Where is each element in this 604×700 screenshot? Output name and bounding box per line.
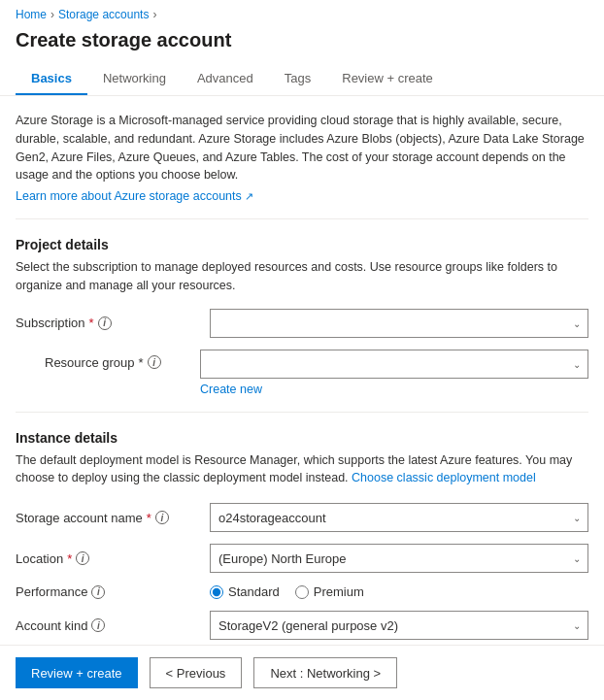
performance-row: Performance i Standard Premium [16,584,588,599]
breadcrumb: Home › Storage accounts › [0,0,604,25]
resource-group-control: ⌄ [200,350,588,379]
project-details-desc: Select the subscription to manage deploy… [16,258,588,295]
performance-control: Standard Premium [210,584,588,599]
resource-group-label: Resource group * i [45,350,200,370]
performance-info-icon[interactable]: i [91,585,105,599]
resource-group-select[interactable] [200,350,588,379]
subscription-required: * [89,316,94,330]
breadcrumb-storage-accounts[interactable]: Storage accounts [58,8,149,21]
storage-account-name-control: o24storageaccount ⌄ [210,503,588,532]
location-select[interactable]: (Europe) North Europe [210,544,588,573]
classic-deployment-link[interactable]: Choose classic deployment model [352,471,536,484]
location-row: Location * i (Europe) North Europe ⌄ [16,544,588,573]
resource-group-required: * [139,355,144,370]
subscription-info-icon[interactable]: i [98,317,112,330]
footer: Review + create < Previous Next : Networ… [0,645,604,700]
storage-account-name-label: Storage account name * i [16,511,200,525]
storage-account-name-row: Storage account name * i o24storageaccou… [16,503,588,532]
resource-group-select-wrapper: ⌄ [200,350,588,379]
subscription-control: ⌄ [210,309,588,338]
storage-account-name-select[interactable]: o24storageaccount [210,503,588,532]
external-link-icon: ↗ [245,190,253,203]
breadcrumb-home[interactable]: Home [16,8,47,21]
performance-standard-radio[interactable] [210,585,223,599]
breadcrumb-sep1: › [50,8,54,21]
subscription-select-wrapper: ⌄ [210,309,588,338]
tab-review-create[interactable]: Review + create [326,63,449,95]
storage-account-name-info-icon[interactable]: i [155,511,169,524]
instance-details-desc: The default deployment model is Resource… [16,451,588,488]
page-title: Create storage account [0,25,604,63]
learn-more-link[interactable]: Learn more about Azure storage accounts … [16,189,253,203]
main-description: Azure Storage is a Microsoft-managed ser… [16,112,588,184]
subscription-select[interactable] [210,309,588,338]
performance-radio-group: Standard Premium [210,584,588,599]
breadcrumb-sep2: › [152,8,156,21]
storage-account-name-wrapper: o24storageaccount ⌄ [210,503,588,532]
account-kind-select-wrapper: StorageV2 (general purpose v2) StorageV1… [210,611,588,640]
performance-label: Performance i [16,584,200,599]
project-details-title: Project details [16,237,588,252]
location-label: Location * i [16,551,200,566]
performance-premium-option[interactable]: Premium [295,584,364,599]
performance-standard-option[interactable]: Standard [210,584,280,599]
subscription-row: Subscription * i ⌄ [16,309,588,338]
location-info-icon[interactable]: i [76,551,89,565]
tab-basics[interactable]: Basics [16,63,87,95]
subscription-label: Subscription * i [16,316,200,330]
account-kind-row: Account kind i StorageV2 (general purpos… [16,611,588,640]
tab-advanced[interactable]: Advanced [182,63,269,95]
performance-premium-radio[interactable] [295,585,309,599]
account-kind-info-icon[interactable]: i [91,618,105,632]
create-new-link[interactable]: Create new [200,383,588,396]
account-kind-select[interactable]: StorageV2 (general purpose v2) StorageV1… [210,611,588,640]
resource-group-info-icon[interactable]: i [148,355,161,369]
storage-account-name-required: * [147,511,151,525]
divider-2 [16,412,588,413]
performance-premium-label: Premium [314,584,364,599]
learn-more-text: Learn more about Azure storage accounts [16,189,242,203]
location-control: (Europe) North Europe ⌄ [210,544,588,573]
previous-button[interactable]: < Previous [150,657,243,688]
instance-details-title: Instance details [16,430,588,446]
next-button[interactable]: Next : Networking > [253,657,397,688]
tab-networking[interactable]: Networking [87,63,182,95]
resource-group-row: Resource group * i ⌄ [16,350,588,379]
main-content: Azure Storage is a Microsoft-managed ser… [0,96,604,700]
performance-standard-label: Standard [228,584,280,599]
location-select-wrapper: (Europe) North Europe ⌄ [210,544,588,573]
review-create-button[interactable]: Review + create [16,657,138,688]
divider-1 [16,218,588,219]
account-kind-control: StorageV2 (general purpose v2) StorageV1… [210,611,588,640]
tab-bar: Basics Networking Advanced Tags Review +… [0,63,604,96]
account-kind-label: Account kind i [16,618,200,633]
tab-tags[interactable]: Tags [269,63,326,95]
location-required: * [67,551,72,566]
